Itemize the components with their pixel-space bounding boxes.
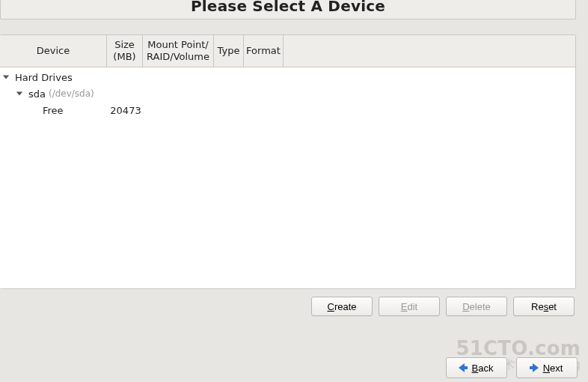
col-mount-line2: RAID/Volume bbox=[147, 51, 209, 63]
svg-marker-0 bbox=[3, 76, 9, 79]
action-buttons: Create Edit Delete Reset bbox=[0, 289, 588, 318]
svg-marker-1 bbox=[16, 92, 22, 96]
col-size[interactable]: Size (MB) bbox=[107, 35, 143, 67]
table-body[interactable]: Hard Drives sda (/dev/sda) Free 20473 bbox=[0, 67, 575, 289]
col-size-line2: (MB) bbox=[113, 51, 135, 63]
tree-disk-label: sda bbox=[28, 88, 46, 100]
col-device[interactable]: Device bbox=[0, 35, 107, 67]
col-type[interactable]: Type bbox=[214, 35, 244, 67]
edit-button: Edit bbox=[379, 297, 440, 316]
col-mount[interactable]: Mount Point/ RAID/Volume bbox=[143, 35, 214, 67]
header-panel: Please Select A Device bbox=[0, 0, 576, 19]
col-mount-line1: Mount Point/ bbox=[147, 39, 209, 51]
col-format[interactable]: Format bbox=[244, 35, 284, 67]
tree-disk-path: (/dev/sda) bbox=[49, 88, 94, 99]
col-spacer bbox=[284, 35, 575, 67]
tree-free-label: Free bbox=[43, 105, 64, 116]
table-header: Device Size (MB) Mount Point/ RAID/Volum… bbox=[0, 35, 575, 67]
nav-buttons: Back Next bbox=[446, 357, 578, 378]
arrow-right-icon bbox=[528, 362, 540, 374]
expander-icon[interactable] bbox=[1, 73, 10, 82]
table-row[interactable]: Hard Drives bbox=[0, 69, 575, 85]
delete-button: Delete bbox=[446, 297, 507, 316]
device-table: Device Size (MB) Mount Point/ RAID/Volum… bbox=[0, 34, 576, 289]
next-button[interactable]: Next bbox=[516, 357, 578, 378]
back-button[interactable]: Back bbox=[446, 357, 507, 378]
watermark-line1: 51CTO.com bbox=[456, 337, 581, 360]
page-title: Please Select A Device bbox=[191, 0, 385, 15]
create-button[interactable]: Create bbox=[311, 297, 373, 316]
tree-root-label: Hard Drives bbox=[15, 72, 73, 83]
svg-rect-3 bbox=[463, 366, 468, 369]
table-row[interactable]: sda (/dev/sda) bbox=[0, 85, 575, 102]
expander-icon[interactable] bbox=[15, 89, 24, 98]
col-size-line1: Size bbox=[114, 39, 135, 51]
table-row[interactable]: Free 20473 bbox=[0, 102, 575, 118]
arrow-left-icon bbox=[457, 362, 469, 374]
svg-rect-5 bbox=[530, 366, 534, 369]
reset-button[interactable]: Reset bbox=[513, 297, 575, 316]
tree-free-size: 20473 bbox=[109, 105, 142, 116]
